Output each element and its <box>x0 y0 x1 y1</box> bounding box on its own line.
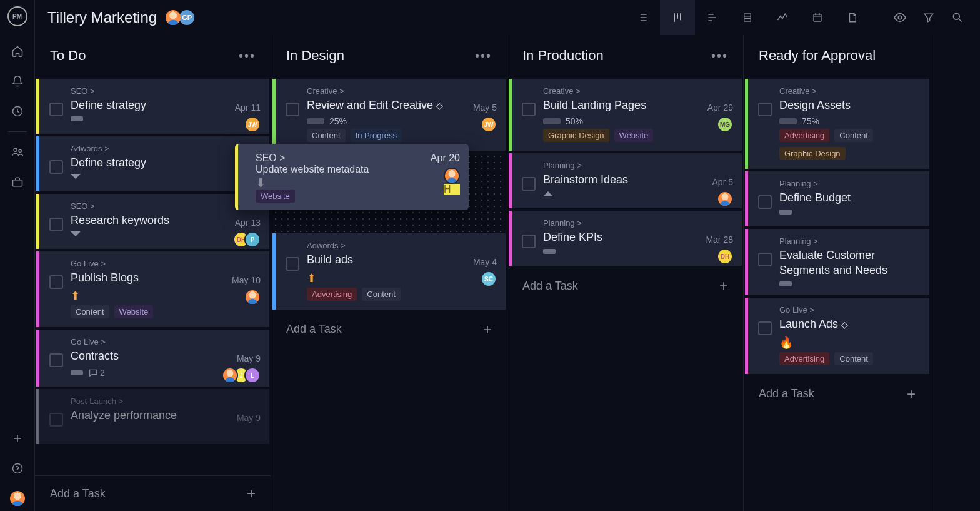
add-task-button[interactable]: Add a Task+ <box>271 312 507 347</box>
add-task-button[interactable]: Add a Task+ <box>35 475 271 511</box>
column-menu-icon[interactable]: ••• <box>711 49 728 63</box>
task-crumb[interactable]: Adwords > <box>71 144 259 153</box>
avatar-icon[interactable]: P <box>244 231 261 248</box>
view-tab-calendar[interactable] <box>800 0 835 35</box>
column-menu-icon[interactable]: ••• <box>239 49 256 63</box>
clock-icon[interactable] <box>5 99 30 124</box>
task-checkbox[interactable] <box>522 235 536 248</box>
add-task-button[interactable]: Add a Task+ <box>508 268 743 303</box>
view-tab-list[interactable] <box>625 0 660 35</box>
task-assignees[interactable] <box>717 191 733 207</box>
briefcase-icon[interactable] <box>5 169 30 195</box>
tag[interactable]: Content <box>307 129 346 142</box>
app-logo[interactable]: PM <box>8 6 28 26</box>
task-crumb[interactable]: Planning > <box>779 179 919 188</box>
task-assignees[interactable] <box>244 289 261 305</box>
shared-avatars[interactable]: GP <box>168 9 196 26</box>
task-checkbox[interactable] <box>286 257 299 271</box>
task-card[interactable]: Go Live > Contracts 2 May 9JL <box>36 330 269 386</box>
tag[interactable]: Website <box>114 305 154 318</box>
task-assignees[interactable]: JL <box>222 367 261 383</box>
task-checkbox[interactable] <box>49 160 63 174</box>
task-assignees[interactable]: DHP <box>233 231 261 248</box>
task-checkbox[interactable] <box>49 275 63 289</box>
task-card[interactable]: Creative > Review and Edit Creative ◇ 25… <box>272 79 506 151</box>
task-card[interactable]: Adwords > Build ads ⬆ AdvertisingContent… <box>272 233 506 309</box>
view-tab-board[interactable] <box>660 0 695 35</box>
tag[interactable]: Graphic Design <box>543 129 609 142</box>
task-assignees[interactable]: JW <box>244 116 261 133</box>
task-checkbox[interactable] <box>49 353 63 367</box>
comments-icon[interactable]: 2 <box>88 368 105 378</box>
task-checkbox[interactable] <box>758 253 772 266</box>
tag-website[interactable]: Website <box>256 190 295 203</box>
tag[interactable]: Advertising <box>307 288 357 301</box>
dragging-card[interactable]: SEO > Update website metadata ⬇ Website … <box>235 144 469 210</box>
tag[interactable]: Advertising <box>779 352 829 365</box>
tag[interactable]: Advertising <box>779 129 829 142</box>
task-checkbox[interactable] <box>49 413 63 427</box>
avatar-icon[interactable]: L <box>244 367 261 383</box>
task-card[interactable]: Post-Launch > Analyze performance May 9 <box>36 389 269 444</box>
task-crumb[interactable]: Go Live > <box>71 337 259 347</box>
tag[interactable]: Content <box>834 129 873 142</box>
bell-icon[interactable] <box>5 69 30 94</box>
add-icon[interactable] <box>5 426 30 451</box>
avatar-icon[interactable]: JW <box>244 116 261 133</box>
task-card[interactable]: Go Live > Publish Blogs ⬆ ContentWebsite… <box>36 251 269 327</box>
task-crumb[interactable]: Post-Launch > <box>71 397 259 406</box>
task-crumb[interactable]: SEO > <box>71 86 259 96</box>
task-checkbox[interactable] <box>49 218 63 231</box>
task-crumb[interactable]: Creative > <box>779 86 919 96</box>
task-card[interactable]: Planning > Define KPIs Mar 28DH <box>509 211 742 266</box>
tag[interactable]: Content <box>362 288 401 301</box>
avatar-icon[interactable]: MG <box>717 116 733 133</box>
task-card[interactable]: Planning > Evaluate Customer Segments an… <box>745 229 929 295</box>
home-icon[interactable] <box>5 39 30 64</box>
task-assignees[interactable]: SC <box>481 271 497 287</box>
task-assignees[interactable]: MG <box>717 116 733 133</box>
task-assignees[interactable]: DH <box>717 248 733 265</box>
search-icon[interactable] <box>948 8 968 28</box>
people-icon[interactable] <box>5 139 30 164</box>
task-checkbox[interactable] <box>49 103 63 116</box>
task-crumb[interactable]: SEO > <box>71 201 259 211</box>
task-card[interactable]: Go Live > Launch Ads ◇ 🔥 AdvertisingCont… <box>745 298 929 373</box>
help-icon[interactable] <box>5 456 30 481</box>
task-card[interactable]: Planning > Brainstorm Ideas Apr 5 <box>509 153 742 208</box>
task-checkbox[interactable] <box>758 321 772 335</box>
task-assignees[interactable]: H <box>444 168 460 195</box>
task-crumb[interactable]: Go Live > <box>779 305 919 315</box>
project-title[interactable]: Tillery Marketing <box>48 9 157 26</box>
view-tab-doc[interactable] <box>835 0 870 35</box>
view-tab-table[interactable] <box>730 0 765 35</box>
task-checkbox[interactable] <box>522 103 536 116</box>
task-crumb[interactable]: Planning > <box>543 161 732 170</box>
avatar-icon[interactable] <box>244 289 261 305</box>
avatar-icon[interactable]: SC <box>481 271 497 287</box>
task-checkbox[interactable] <box>758 103 772 116</box>
task-checkbox[interactable] <box>758 195 772 209</box>
task-crumb[interactable]: Adwords > <box>307 241 496 250</box>
avatar-icon[interactable] <box>717 191 733 207</box>
avatar-icon[interactable]: DH <box>717 248 733 265</box>
task-card[interactable]: Creative > Design Assets 75% Advertising… <box>745 79 929 169</box>
tag[interactable]: In Progress <box>351 129 402 142</box>
add-task-button[interactable]: Add a Task+ <box>744 377 931 412</box>
task-card[interactable]: Planning > Define Budget <box>745 171 929 226</box>
task-checkbox[interactable] <box>286 103 299 116</box>
task-crumb[interactable]: Planning > <box>779 236 919 246</box>
column-menu-icon[interactable]: ••• <box>475 49 492 63</box>
view-tab-chart[interactable] <box>765 0 800 35</box>
user-avatar[interactable] <box>5 486 30 511</box>
filter-icon[interactable] <box>919 8 939 28</box>
avatar-icon[interactable]: JW <box>481 116 497 133</box>
tag[interactable]: Graphic Design <box>779 147 846 160</box>
eye-icon[interactable] <box>890 8 910 28</box>
tag[interactable]: Website <box>614 129 654 142</box>
view-tab-gantt[interactable] <box>695 0 730 35</box>
task-crumb[interactable]: Go Live > <box>71 259 259 268</box>
tag[interactable]: Content <box>834 352 873 365</box>
task-crumb[interactable]: Creative > <box>307 86 496 96</box>
tag[interactable]: Content <box>71 305 109 318</box>
